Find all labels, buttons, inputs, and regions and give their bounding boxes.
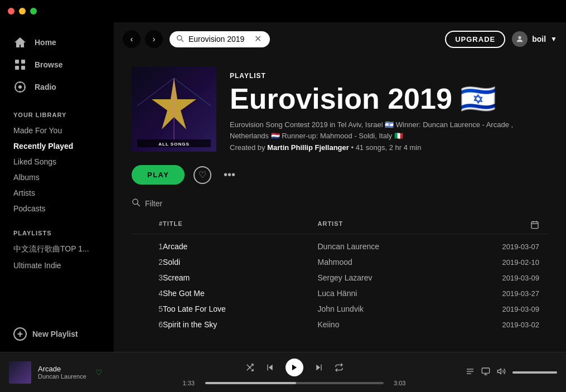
topbar: ‹ › ✕ UPGRADE <box>114 22 566 56</box>
track-number: 4 <box>158 289 163 298</box>
track-artist: John Lundvik <box>318 304 473 313</box>
previous-button[interactable] <box>265 363 274 372</box>
search-clear-icon[interactable]: ✕ <box>254 35 262 43</box>
progress-row: 1:33 3:03 <box>183 380 406 386</box>
controls-row: PLAY ♡ ••• <box>132 165 548 185</box>
sidebar-item-podcasts[interactable]: Podcasts <box>0 201 114 216</box>
play-button[interactable]: PLAY <box>132 165 185 185</box>
svg-text:ALL SONGS: ALL SONGS <box>158 142 190 147</box>
queue-button[interactable] <box>466 367 475 378</box>
devices-button[interactable] <box>481 367 490 378</box>
volume-button[interactable] <box>497 367 506 378</box>
sidebar-item-liked-songs[interactable]: Liked Songs <box>0 154 114 170</box>
close-button[interactable] <box>8 8 14 14</box>
table-row[interactable]: ♡ 2 Soldi Mahmood 2019-02-10 <box>132 254 548 270</box>
upgrade-button[interactable]: UPGRADE <box>445 31 505 48</box>
user-avatar <box>512 31 528 47</box>
svg-rect-3 <box>21 66 25 70</box>
total-time: 3:03 <box>388 380 406 386</box>
svg-rect-2 <box>15 66 19 70</box>
track-num-cell: ♡ 2 <box>141 258 163 267</box>
track-title: Scream <box>163 273 318 282</box>
sidebar-item-artists[interactable]: Artists <box>0 185 114 201</box>
track-num-cell: ♡ 1 <box>141 242 163 251</box>
playlists-section: PLAYLISTS 中文流行歌曲TOP 1... Ultimate Indie <box>0 216 114 273</box>
topbar-right: UPGRADE boil ▼ <box>445 31 557 48</box>
current-time: 1:33 <box>183 380 201 386</box>
track-number: 6 <box>158 320 163 329</box>
track-number: 3 <box>158 273 163 282</box>
svg-marker-33 <box>497 369 501 374</box>
sidebar-playlist-1[interactable]: 中文流行歌曲TOP 1... <box>0 241 114 258</box>
track-num-cell: ♡ 6 <box>141 320 163 329</box>
player-controls <box>245 359 344 376</box>
new-playlist-label: New Playlist <box>32 330 78 338</box>
table-row[interactable]: ♡ 4 She Got Me Luca Hänni 2019-03-27 <box>132 285 548 301</box>
sidebar-playlist-2[interactable]: Ultimate Indie <box>0 258 114 273</box>
progress-bar[interactable] <box>205 382 384 384</box>
col-artist-header: ARTIST <box>318 220 473 231</box>
minimize-button[interactable] <box>19 8 26 14</box>
track-date: 2019-03-02 <box>472 321 539 329</box>
progress-fill <box>205 382 296 384</box>
sidebar-nav: Home Browse <box>0 22 114 103</box>
back-button[interactable]: ‹ <box>123 30 141 48</box>
track-title: Spirit in the Sky <box>163 320 318 329</box>
sidebar-item-browse[interactable]: Browse <box>0 54 114 76</box>
next-button[interactable] <box>315 363 323 372</box>
more-options-button[interactable]: ••• <box>220 166 238 184</box>
volume-bar[interactable] <box>512 371 557 374</box>
sidebar-item-home-label: Home <box>35 38 56 47</box>
play-pause-button[interactable] <box>286 359 303 376</box>
sidebar-item-home[interactable]: Home <box>0 31 114 54</box>
player-like-icon[interactable]: ♡ <box>95 368 103 377</box>
player-text: Arcade Duncan Laurence <box>38 365 86 380</box>
sidebar-item-made-for-you[interactable]: Made For You <box>0 123 114 138</box>
svg-rect-0 <box>15 60 19 64</box>
table-row[interactable]: ♡ 1 Arcade Duncan Laurence 2019-03-07 <box>132 239 548 254</box>
track-title: Soldi <box>163 258 318 267</box>
sidebar-item-radio[interactable]: Radio <box>0 76 114 98</box>
col-title-header: TITLE <box>163 220 318 231</box>
playlist-info: PLAYLIST Eurovision 2019 🇮🇱 Eurovision S… <box>230 72 548 152</box>
sidebar-item-browse-label: Browse <box>35 60 63 69</box>
maximize-button[interactable] <box>30 8 37 14</box>
table-row[interactable]: ♡ 6 Spirit in the Sky Keiino 2019-03-02 <box>132 317 548 332</box>
library-section-title: YOUR LIBRARY <box>0 103 114 123</box>
search-icon <box>176 35 184 44</box>
player-track-info: Arcade Duncan Laurence ♡ <box>9 361 132 384</box>
shuffle-button[interactable] <box>245 363 254 372</box>
filter-label: Filter <box>145 199 162 208</box>
created-by-label: Created by <box>230 143 265 152</box>
svg-rect-30 <box>482 368 489 373</box>
user-name-label: boil <box>532 35 546 43</box>
user-menu[interactable]: boil ▼ <box>512 31 557 47</box>
forward-button[interactable]: › <box>145 30 163 48</box>
track-date: 2019-03-07 <box>472 243 539 251</box>
player-right-controls <box>457 367 557 378</box>
radio-icon <box>13 80 27 94</box>
sidebar-item-albums[interactable]: Albums <box>0 170 114 185</box>
new-playlist-button[interactable]: + New Playlist <box>0 321 114 347</box>
playlist-type-label: PLAYLIST <box>230 72 548 80</box>
creator-link[interactable]: Martin Phillip Fjellanger <box>267 143 349 152</box>
library-section: YOUR LIBRARY Made For You Recently Playe… <box>0 103 114 216</box>
track-artist: Mahmood <box>318 258 473 267</box>
track-list: ♡ 1 Arcade Duncan Laurence 2019-03-07 ♡ … <box>132 239 548 332</box>
repeat-button[interactable] <box>335 363 344 372</box>
player-center: 1:33 3:03 <box>136 359 452 386</box>
track-number: 1 <box>158 242 163 251</box>
track-title: She Got Me <box>163 289 318 298</box>
playlist-content: ALL SONGS PLAYLIST Eurovision 2019 🇮🇱 Eu… <box>114 56 566 352</box>
chevron-down-icon: ▼ <box>550 35 557 43</box>
table-row[interactable]: ♡ 3 Scream Sergey Lazarev 2019-03-09 <box>132 270 548 285</box>
svg-marker-24 <box>292 364 296 370</box>
svg-point-8 <box>519 36 521 39</box>
track-title: Too Late For Love <box>163 304 318 313</box>
like-button[interactable]: ♡ <box>193 166 211 184</box>
sidebar-item-recently-played[interactable]: Recently Played <box>0 138 114 154</box>
svg-point-5 <box>18 85 22 89</box>
search-input[interactable] <box>188 35 250 43</box>
track-artist: Keiino <box>318 320 473 329</box>
table-row[interactable]: ♡ 5 Too Late For Love John Lundvik 2019-… <box>132 301 548 317</box>
